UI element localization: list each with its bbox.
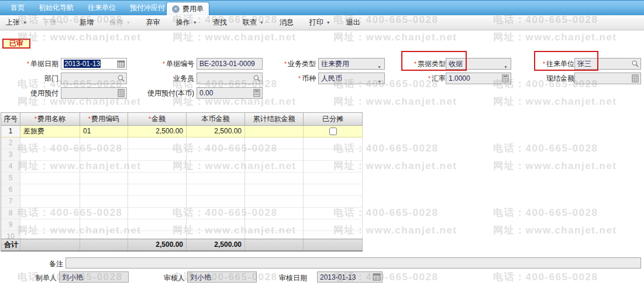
fee-code-cell[interactable] (80, 208, 128, 219)
amount-cell[interactable] (128, 161, 187, 173)
fee-code-cell[interactable]: 01 (80, 126, 128, 137)
settled-amount-cell[interactable] (245, 219, 304, 231)
partner-input[interactable]: 张三 (574, 58, 641, 70)
currency-select[interactable]: 人民币 ▼ (318, 73, 385, 84)
chevron-down-icon[interactable]: ▼ (377, 77, 381, 84)
settled-amount-cell[interactable] (245, 126, 304, 137)
settled-amount-cell[interactable] (245, 161, 304, 173)
department-input[interactable] (61, 73, 127, 84)
message-button[interactable]: 消息 (280, 18, 294, 27)
unaudit-button[interactable]: 弃审 (146, 18, 160, 27)
audit-date-input[interactable]: 2013-01-13 (317, 271, 383, 283)
local-amount-cell[interactable] (187, 196, 245, 208)
local-amount-cell[interactable] (187, 173, 245, 184)
fee-name-cell[interactable] (20, 208, 80, 219)
search-icon[interactable] (631, 60, 639, 68)
allocated-cell[interactable] (304, 161, 363, 173)
fee-code-cell[interactable] (80, 173, 128, 184)
new-button[interactable]: 新增 (80, 18, 94, 27)
settled-amount-cell[interactable] (245, 184, 304, 196)
find-button[interactable]: 查找 (213, 18, 227, 27)
search-icon[interactable] (117, 74, 125, 82)
prepay-input[interactable] (61, 87, 127, 99)
close-tab-icon[interactable]: × (172, 5, 180, 13)
tab-fee-doc[interactable]: × 费用单 (166, 2, 209, 15)
print-button[interactable]: 打印▼ (309, 18, 330, 27)
tab-prepay-offset[interactable]: 预付冲应付 (130, 3, 165, 13)
fee-code-cell[interactable] (80, 184, 128, 196)
settled-amount-cell[interactable] (245, 208, 304, 219)
chevron-down-icon[interactable]: ▼ (504, 62, 508, 70)
amount-cell[interactable] (128, 219, 187, 231)
exit-button[interactable]: 退出 (346, 18, 360, 27)
table-row: 1差旅费012,500.002,500.00 (1, 126, 363, 137)
table-row: 9 (1, 219, 363, 231)
fee-name-cell[interactable] (20, 196, 80, 208)
fee-code-cell[interactable] (80, 137, 128, 149)
calendar-icon[interactable] (373, 273, 381, 281)
grid-icon[interactable] (631, 74, 639, 82)
calculator-icon[interactable] (501, 74, 509, 82)
amount-cell[interactable] (128, 137, 187, 149)
actions-button[interactable]: 操作▼ (176, 18, 197, 27)
allocated-cell[interactable] (304, 126, 363, 137)
calculator-icon[interactable] (253, 89, 261, 97)
local-amount-cell[interactable] (187, 149, 245, 161)
fee-name-cell[interactable] (20, 184, 80, 196)
fee-name-cell[interactable] (20, 137, 80, 149)
search-icon[interactable] (253, 74, 261, 82)
local-amount-cell[interactable]: 2,500.00 (187, 126, 245, 137)
fee-code-cell[interactable] (80, 149, 128, 161)
fee-code-cell[interactable] (80, 219, 128, 231)
salesman-input[interactable] (197, 73, 263, 84)
amount-cell[interactable]: 2,500.00 (128, 126, 187, 137)
local-amount-cell[interactable] (187, 184, 245, 196)
allocated-cell[interactable] (304, 219, 363, 231)
allocated-cell[interactable] (304, 196, 363, 208)
fee-name-cell[interactable] (20, 173, 80, 184)
allocated-cell[interactable] (304, 149, 363, 161)
table-total-row: 合计2,500.002,500.00 (1, 239, 363, 252)
rate-input[interactable]: 1.0000 (446, 73, 511, 84)
local-amount-cell[interactable] (187, 219, 245, 231)
settled-amount-cell[interactable] (245, 149, 304, 161)
settled-amount-cell[interactable] (245, 137, 304, 149)
amount-cell[interactable] (128, 196, 187, 208)
settled-amount-cell[interactable] (245, 173, 304, 184)
cash-amount-input[interactable] (574, 73, 641, 84)
fee-name-cell[interactable] (20, 149, 80, 161)
settled-amount-cell[interactable] (245, 196, 304, 208)
amount-cell[interactable] (128, 184, 187, 196)
bill-type-select[interactable]: 收据 ▼ (446, 58, 511, 70)
auditor-label: 审核人 (145, 272, 185, 284)
allocated-cell[interactable] (304, 184, 363, 196)
amount-cell[interactable] (128, 208, 187, 219)
biz-type-select[interactable]: 往来费用 ▼ (318, 58, 385, 70)
fee-name-cell[interactable] (20, 161, 80, 173)
related-query-button[interactable]: 联查▼ (243, 18, 264, 27)
tab-home[interactable]: 首页 (11, 3, 25, 13)
header-cell-5: 累计结款金额 (245, 113, 304, 126)
local-amount-cell[interactable] (187, 208, 245, 219)
tab-init-nav[interactable]: 初始化导航 (39, 3, 74, 13)
local-amount-cell[interactable] (187, 161, 245, 173)
chevron-down-icon[interactable]: ▼ (377, 62, 381, 70)
tab-partners[interactable]: 往来单位 (88, 3, 116, 13)
allocated-cell[interactable] (304, 137, 363, 149)
fee-name-cell[interactable] (20, 219, 80, 231)
fee-name-cell[interactable]: 差旅费 (20, 126, 80, 137)
grid-icon[interactable] (117, 89, 125, 97)
calendar-icon[interactable] (117, 60, 125, 68)
allocated-cell[interactable] (304, 208, 363, 219)
amount-cell[interactable] (128, 149, 187, 161)
doc-date-input[interactable]: 2013-01-13 (61, 58, 127, 70)
amount-cell[interactable] (128, 173, 187, 184)
fee-code-cell[interactable] (80, 196, 128, 208)
fee-code-cell[interactable] (80, 161, 128, 173)
local-amount-cell[interactable] (187, 137, 245, 149)
allocated-cell[interactable] (304, 173, 363, 184)
prev-doc-button[interactable]: 上张▼ (6, 18, 27, 27)
remark-input[interactable] (66, 257, 641, 269)
allocated-checkbox[interactable] (329, 128, 337, 135)
prepay-local-input[interactable]: 0.00 (197, 87, 263, 99)
